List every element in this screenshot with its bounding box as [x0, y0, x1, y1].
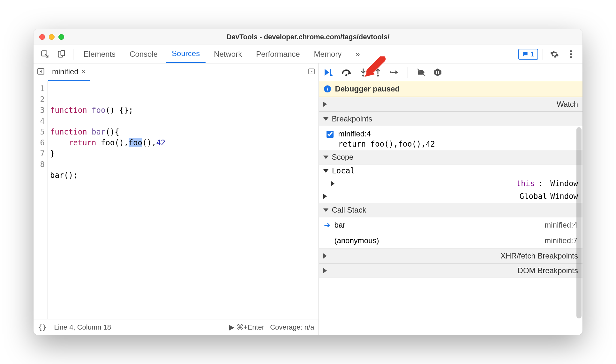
step-into-icon[interactable] [360, 68, 367, 77]
scrollbar[interactable] [576, 127, 582, 318]
window-title: DevTools - developer.chrome.com/tags/dev… [34, 33, 582, 41]
xhr-breakpoints-section-header[interactable]: XHR/fetch Breakpoints [319, 249, 582, 263]
scope-section-header[interactable]: Scope [319, 150, 582, 164]
svg-point-12 [390, 71, 392, 73]
watch-section-header[interactable]: Watch [319, 97, 582, 112]
issues-count: 1 [530, 50, 534, 58]
window-maximize-button[interactable] [58, 34, 64, 40]
tab-performance[interactable]: Performance [250, 45, 305, 63]
step-icon[interactable] [389, 69, 399, 76]
device-toolbar-icon[interactable] [55, 47, 69, 61]
cursor-position: Line 4, Column 18 [54, 323, 111, 331]
debugger-panel: i Debugger paused Watch Breakpoints mini… [319, 63, 582, 335]
issues-badge[interactable]: 1 [518, 49, 538, 60]
close-file-icon[interactable]: × [82, 68, 86, 76]
info-icon: i [324, 85, 331, 92]
tab-console[interactable]: Console [124, 45, 163, 63]
svg-point-10 [362, 75, 364, 76]
callstack-body: ➔ bar minified:4 (anonymous) minified:7 [319, 217, 582, 249]
callstack-section-header[interactable]: Call Stack [319, 203, 582, 217]
line-gutter: 12345678 [34, 81, 48, 319]
code-text: function foo() {}; function bar(){ retur… [48, 81, 319, 319]
breakpoint-label: minified:4 [338, 129, 435, 138]
breakpoint-item[interactable]: minified:4 return foo(),foo(),42 [319, 126, 582, 150]
window-minimize-button[interactable] [49, 34, 55, 40]
tabs-overflow[interactable]: » [350, 45, 365, 63]
scope-body: Local this: Window Global Window [319, 164, 582, 203]
svg-point-5 [570, 56, 572, 58]
dom-breakpoints-section-header[interactable]: DOM Breakpoints [319, 263, 582, 278]
traffic-lights [39, 34, 64, 40]
tab-memory[interactable]: Memory [308, 45, 348, 63]
coverage-status: Coverage: n/a [270, 323, 314, 331]
source-panel: minified × 12345678 function foo() {}; f… [34, 63, 319, 335]
more-menu-icon[interactable] [564, 47, 578, 61]
resume-icon[interactable] [324, 68, 334, 76]
code-editor[interactable]: 12345678 function foo() {}; function bar… [34, 81, 319, 319]
step-over-icon[interactable] [341, 68, 352, 76]
breakpoint-code: return foo(),foo(),42 [338, 140, 435, 149]
main-split: minified × 12345678 function foo() {}; f… [34, 63, 582, 335]
svg-rect-14 [438, 71, 439, 74]
navigator-toggle-icon[interactable] [37, 67, 45, 77]
breakpoint-checkbox[interactable] [327, 131, 334, 138]
svg-rect-2 [61, 50, 65, 55]
scope-local-row[interactable]: Local [319, 164, 582, 177]
svg-point-9 [345, 74, 347, 76]
pause-on-exceptions-icon[interactable] [433, 68, 442, 76]
debugger-paused-text: Debugger paused [335, 84, 400, 93]
svg-point-3 [570, 50, 572, 52]
current-frame-arrow-icon: ➔ [324, 221, 330, 229]
run-snippet-icon[interactable] [308, 68, 315, 77]
scope-global-row[interactable]: Global Window [319, 190, 582, 203]
window-close-button[interactable] [39, 34, 45, 40]
run-hint: ▶ ⌘+Enter [229, 323, 265, 331]
callstack-frame[interactable]: ➔ bar minified:4 [319, 217, 582, 233]
svg-rect-8 [330, 69, 331, 76]
breakpoints-section-header[interactable]: Breakpoints [319, 112, 582, 126]
editor-statusbar: {} Line 4, Column 18 ▶ ⌘+Enter Coverage:… [34, 319, 319, 335]
debugger-paused-banner: i Debugger paused [319, 81, 582, 97]
tab-network[interactable]: Network [208, 45, 248, 63]
breakpoints-list: minified:4 return foo(),foo(),42 [319, 126, 582, 150]
file-tab-label: minified [52, 67, 79, 76]
svg-rect-13 [436, 71, 437, 74]
file-tabbar: minified × [34, 63, 319, 81]
main-tabbar: Elements Console Sources Network Perform… [34, 45, 582, 63]
callstack-frame[interactable]: (anonymous) minified:7 [319, 233, 582, 249]
pretty-print-icon[interactable]: {} [38, 323, 47, 331]
titlebar: DevTools - developer.chrome.com/tags/dev… [34, 29, 582, 45]
svg-point-11 [377, 75, 379, 76]
debug-toolbar [319, 63, 582, 81]
settings-icon[interactable] [547, 47, 561, 61]
svg-point-4 [570, 53, 572, 55]
step-out-icon[interactable] [374, 68, 381, 77]
scope-this-row[interactable]: this: Window [319, 177, 582, 190]
inspect-element-icon[interactable] [38, 47, 52, 61]
file-tab-minified[interactable]: minified × [48, 63, 90, 81]
tab-elements[interactable]: Elements [78, 45, 121, 63]
devtools-window: DevTools - developer.chrome.com/tags/dev… [34, 29, 582, 335]
tab-sources[interactable]: Sources [166, 45, 206, 63]
deactivate-breakpoints-icon[interactable] [417, 68, 426, 76]
